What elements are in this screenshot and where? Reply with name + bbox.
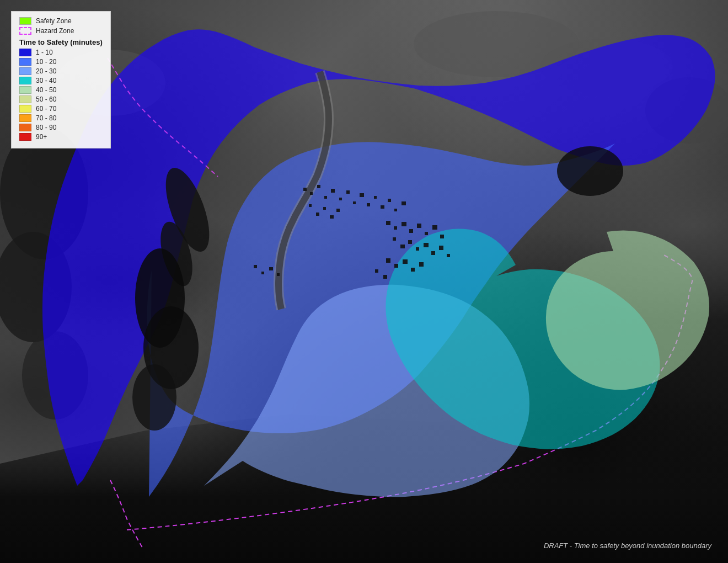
svg-rect-44 [416, 247, 419, 251]
color-swatch [19, 133, 31, 141]
color-swatch [19, 49, 31, 56]
legend-color-item: 10 - 20 [19, 58, 103, 66]
svg-rect-40 [440, 235, 444, 238]
svg-rect-24 [381, 205, 384, 209]
legend-color-item: 90+ [19, 133, 103, 141]
svg-rect-30 [323, 207, 326, 210]
svg-rect-33 [386, 221, 390, 225]
svg-rect-25 [388, 199, 391, 202]
svg-rect-19 [346, 190, 350, 194]
svg-rect-59 [383, 275, 387, 279]
svg-rect-52 [277, 273, 280, 276]
color-label: 80 - 90 [36, 124, 56, 131]
map-container: Safety Zone Hazard Zone Time to Safety (… [0, 0, 728, 563]
color-swatch [19, 124, 31, 131]
svg-rect-54 [394, 264, 398, 268]
hazard-zone-label: Hazard Zone [36, 27, 74, 35]
svg-rect-46 [431, 251, 435, 255]
color-swatch [19, 95, 31, 103]
svg-rect-34 [394, 226, 397, 230]
time-to-safety-title: Time to Safety (minutes) [19, 38, 103, 46]
color-label: 70 - 80 [36, 114, 56, 122]
svg-rect-38 [425, 232, 428, 235]
svg-rect-53 [386, 258, 390, 263]
draft-label: DRAFT - Time to safety beyond inundation… [544, 541, 711, 550]
svg-rect-29 [316, 213, 319, 216]
svg-rect-57 [419, 262, 424, 267]
hazard-zone-swatch [19, 27, 31, 35]
safety-zone-label: Safety Zone [36, 17, 72, 25]
svg-rect-45 [424, 243, 429, 247]
svg-rect-36 [409, 229, 413, 233]
color-label: 20 - 30 [36, 67, 56, 75]
color-swatch [19, 114, 31, 122]
svg-rect-13 [303, 188, 307, 191]
svg-rect-55 [403, 259, 408, 264]
legend-color-item: 20 - 30 [19, 67, 103, 75]
svg-rect-20 [353, 201, 356, 204]
svg-rect-15 [317, 185, 320, 188]
legend-color-item: 80 - 90 [19, 124, 103, 131]
svg-rect-37 [417, 224, 421, 228]
color-label: 60 - 70 [36, 105, 56, 113]
svg-rect-50 [261, 272, 264, 274]
svg-rect-49 [254, 265, 257, 268]
svg-rect-27 [402, 201, 406, 205]
legend-color-item: 70 - 80 [19, 114, 103, 122]
svg-point-12 [557, 146, 623, 196]
svg-rect-43 [408, 240, 412, 244]
svg-rect-51 [269, 267, 273, 270]
hazard-zone-item: Hazard Zone [19, 27, 103, 35]
svg-rect-41 [393, 237, 396, 241]
color-swatch [19, 67, 31, 75]
svg-rect-28 [309, 204, 312, 207]
svg-rect-23 [374, 196, 377, 199]
color-label: 30 - 40 [36, 77, 56, 84]
svg-rect-17 [331, 189, 335, 193]
color-swatch [19, 58, 31, 66]
legend-color-item: 60 - 70 [19, 105, 103, 113]
color-swatch [19, 77, 31, 84]
svg-rect-58 [375, 269, 378, 273]
svg-rect-48 [447, 254, 450, 257]
legend-color-item: 50 - 60 [19, 95, 103, 103]
svg-rect-18 [339, 198, 342, 200]
svg-rect-39 [432, 225, 437, 230]
safety-zone-item: Safety Zone [19, 17, 103, 25]
svg-rect-32 [336, 209, 340, 212]
legend: Safety Zone Hazard Zone Time to Safety (… [11, 11, 111, 148]
svg-rect-16 [324, 196, 327, 199]
svg-rect-61 [243, 483, 246, 486]
legend-color-item: 30 - 40 [19, 77, 103, 84]
svg-rect-31 [330, 215, 334, 219]
svg-rect-26 [394, 209, 397, 211]
svg-rect-56 [411, 268, 415, 272]
svg-rect-14 [310, 192, 313, 195]
svg-rect-60 [237, 488, 240, 492]
legend-colors: 1 - 1010 - 2020 - 3030 - 4040 - 5050 - 6… [19, 49, 103, 141]
color-swatch [19, 105, 31, 113]
safety-zone-swatch [19, 17, 31, 25]
legend-color-item: 1 - 10 [19, 49, 103, 56]
svg-point-11 [132, 364, 176, 431]
legend-color-item: 40 - 50 [19, 86, 103, 94]
svg-rect-42 [400, 245, 405, 248]
svg-rect-47 [439, 246, 443, 250]
svg-rect-22 [367, 203, 370, 206]
color-swatch [19, 86, 31, 94]
color-label: 1 - 10 [36, 49, 53, 56]
color-label: 50 - 60 [36, 95, 56, 103]
svg-rect-21 [360, 193, 364, 197]
svg-rect-35 [402, 222, 406, 226]
color-label: 90+ [36, 133, 47, 141]
color-label: 40 - 50 [36, 86, 56, 94]
color-label: 10 - 20 [36, 58, 56, 66]
